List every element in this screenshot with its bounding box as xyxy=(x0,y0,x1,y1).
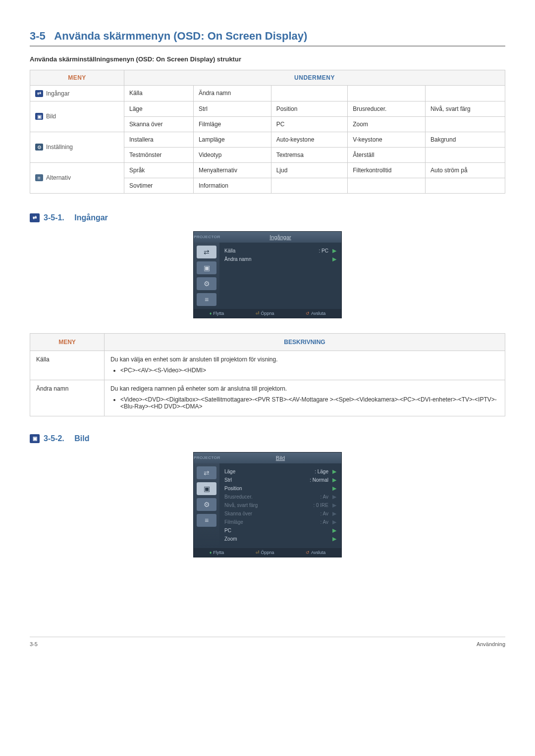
osd-row[interactable]: Brusreducer.: Av▶ xyxy=(224,493,336,501)
footer-move: ♦Flytta xyxy=(210,311,224,316)
chevron-right-icon: ▶ xyxy=(332,468,336,475)
footer-move2: ♦Flytta xyxy=(210,550,224,555)
side-setup-icon[interactable]: ⚙ xyxy=(197,277,216,290)
chevron-right-icon: ▶ xyxy=(332,248,336,254)
desc-text-cell: Du kan redigera namnen på enheter som är… xyxy=(105,380,505,416)
side-setup-icon2[interactable]: ⚙ xyxy=(197,498,216,511)
submenu-cell: Menyalternativ xyxy=(193,162,271,178)
submenu-cell: Strl xyxy=(193,101,271,116)
submenu-cell: PC xyxy=(271,116,348,132)
desc-menu-cell: Källa xyxy=(30,351,105,380)
osd-row[interactable]: Filmläge: Av▶ xyxy=(224,518,336,526)
osd-inputs-panel: PROJECTOR Ingångar ⇄ ▣ ⚙ ≡ Källa: PC▶Änd… xyxy=(193,231,342,318)
side-picture-icon2[interactable]: ▣ xyxy=(197,482,216,495)
section-inputs-header: ⇄ 3-5-1. Ingångar xyxy=(30,213,505,222)
osd-row[interactable]: Ändra namn▶ xyxy=(224,255,336,263)
submenu-cell: Information xyxy=(193,178,271,193)
osd-row[interactable]: Strl: Normal▶ xyxy=(224,476,336,484)
osd-title2: Bild xyxy=(219,455,341,461)
osd-footer2: ♦Flytta ⏎Öppna ↺Avsluta xyxy=(194,548,341,557)
footer-enter2: ⏎Öppna xyxy=(256,550,274,555)
section-picture-title: Bild xyxy=(74,434,89,443)
submenu-cell: Nivå, svart färg xyxy=(426,101,505,116)
chevron-right-icon: ▶ xyxy=(332,519,336,525)
osd-row[interactable]: Skanna över: Av▶ xyxy=(224,509,336,518)
osd-side-nav2: ⇄ ▣ ⚙ ≡ xyxy=(194,463,219,548)
menu-overview-table: MENY UNDERMENY ⇄IngångarKällaÄndra namn▣… xyxy=(30,70,505,194)
submenu-cell: Brusreducer. xyxy=(348,101,426,116)
page-title: 3-5 Använda skärmmenyn (OSD: On Screen D… xyxy=(30,30,505,47)
section-picture-number: 3-5-2. xyxy=(44,434,64,443)
chevron-right-icon: ▶ xyxy=(332,477,336,483)
menu-row-options: ≡Alternativ xyxy=(30,162,124,193)
chevron-right-icon: ▶ xyxy=(332,502,336,508)
submenu-cell: Källa xyxy=(124,86,194,101)
menu-row-setup: ⚙Inställning xyxy=(30,132,124,162)
inputs-icon: ⇄ xyxy=(35,90,43,97)
picture-icon: ▣ xyxy=(35,113,43,120)
osd-row[interactable]: Position▶ xyxy=(224,484,336,493)
osd-main: Källa: PC▶Ändra namn▶ xyxy=(219,243,341,309)
chevron-right-icon: ▶ xyxy=(332,527,336,534)
chevron-right-icon: ▶ xyxy=(332,485,336,492)
submenu-cell: Filmläge xyxy=(193,116,271,132)
submenu-cell: Videotyp xyxy=(193,147,271,162)
page-subtitle: Använda skärminställningsmenyn (OSD: On … xyxy=(30,55,505,63)
submenu-cell: Läge xyxy=(124,101,194,116)
desc-text-cell: Du kan välja en enhet som är ansluten ti… xyxy=(105,351,505,380)
side-inputs-icon[interactable]: ⇄ xyxy=(197,246,216,258)
submenu-cell: Installera xyxy=(124,132,194,147)
submenu-cell: Bakgrund xyxy=(426,132,505,147)
submenu-cell xyxy=(426,147,505,162)
osd-main2: Läge: Läge▶Strl: Normal▶Position▶Brusred… xyxy=(219,463,341,548)
chevron-right-icon: ▶ xyxy=(332,494,336,500)
section-inputs-number: 3-5-1. xyxy=(44,213,64,222)
footer-exit2: ↺Avsluta xyxy=(306,550,325,555)
options-icon: ≡ xyxy=(35,174,43,181)
submenu-cell: Position xyxy=(271,101,348,116)
submenu-cell: Ändra namn xyxy=(193,86,271,101)
side-options-icon[interactable]: ≡ xyxy=(197,293,216,306)
submenu-cell: Auto ström på xyxy=(426,162,505,178)
list-item: <Video>-<DVD>-<Digitalbox>-<Satellitmott… xyxy=(120,396,499,410)
menu-row-inputs: ⇄Ingångar xyxy=(30,86,124,101)
osd-footer: ♦Flytta ⏎Öppna ↺Avsluta xyxy=(194,309,341,318)
desc-inputs-table: MENY BESKRIVNING KällaDu kan välja en en… xyxy=(30,333,505,416)
side-picture-icon[interactable]: ▣ xyxy=(197,261,216,274)
osd-row[interactable]: Källa: PC▶ xyxy=(224,247,336,255)
submenu-cell: Skanna över xyxy=(124,116,194,132)
submenu-cell xyxy=(271,178,348,193)
footer-left: 3-5 xyxy=(30,641,38,647)
submenu-cell: Auto-keystone xyxy=(271,132,348,147)
setup-icon: ⚙ xyxy=(35,144,43,151)
submenu-cell: Testmönster xyxy=(124,147,194,162)
th-menu2: MENY xyxy=(30,333,105,351)
side-inputs-icon2[interactable]: ⇄ xyxy=(197,466,216,479)
osd-picture-panel: PROJECTOR Bild ⇄ ▣ ⚙ ≡ Läge: Läge▶Strl: … xyxy=(193,452,342,557)
osd-brand2: PROJECTOR xyxy=(194,455,219,460)
submenu-cell: Lampläge xyxy=(193,132,271,147)
submenu-cell: Sovtimer xyxy=(124,178,194,193)
osd-row[interactable]: Läge: Läge▶ xyxy=(224,467,336,476)
th-submenu: UNDERMENY xyxy=(124,70,505,86)
submenu-cell xyxy=(271,86,348,101)
th-desc: BESKRIVNING xyxy=(105,333,505,351)
list-item: <PC>-<AV>-<S-Video>-<HDMI> xyxy=(120,367,499,374)
submenu-cell xyxy=(348,86,426,101)
chevron-right-icon: ▶ xyxy=(332,256,336,262)
osd-title: Ingångar xyxy=(219,234,341,240)
submenu-cell: V-keystone xyxy=(348,132,426,147)
osd-side-nav: ⇄ ▣ ⚙ ≡ xyxy=(194,243,219,309)
osd-row[interactable]: Zoom▶ xyxy=(224,535,336,543)
page-footer: 3-5 Användning xyxy=(30,637,505,647)
osd-row[interactable]: Nivå, svart färg: 0 IRE▶ xyxy=(224,501,336,509)
osd-brand: PROJECTOR xyxy=(194,235,219,239)
footer-right: Användning xyxy=(477,641,505,647)
submenu-cell xyxy=(426,178,505,193)
osd-row[interactable]: PC▶ xyxy=(224,526,336,535)
submenu-cell: Återställ xyxy=(348,147,426,162)
section-inputs-title: Ingångar xyxy=(74,213,108,222)
submenu-cell: Språk xyxy=(124,162,194,178)
submenu-cell xyxy=(348,178,426,193)
side-options-icon2[interactable]: ≡ xyxy=(197,514,216,527)
